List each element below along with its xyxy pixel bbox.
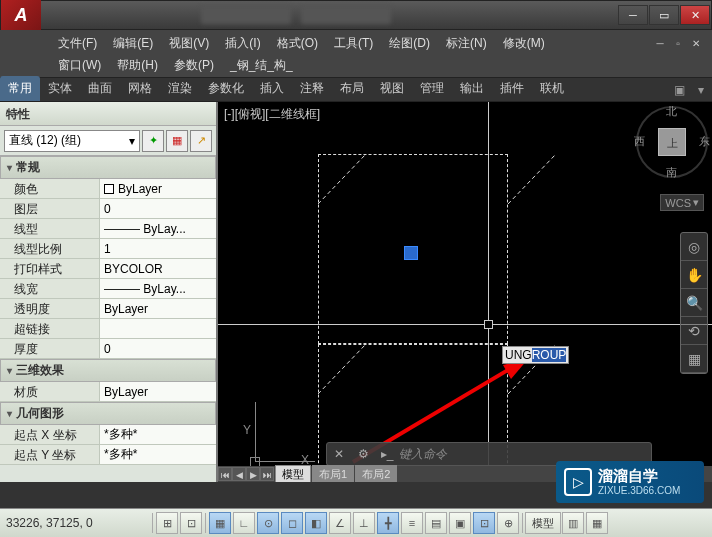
cmd-close-icon[interactable]: ✕ — [327, 447, 351, 461]
layout-tab-2[interactable]: 布局2 — [355, 465, 397, 483]
viewcube-north[interactable]: 北 — [666, 104, 677, 119]
ribbon-tab-output[interactable]: 输出 — [452, 76, 492, 101]
coordinates[interactable]: 33226, 37125, 0 — [0, 516, 150, 530]
selection-dropdown[interactable]: 直线 (12) (组) ▾ — [4, 130, 140, 152]
viewcube-face[interactable]: 上 — [658, 128, 686, 156]
prop-linetype-value[interactable]: ——— ByLay... — [100, 219, 216, 238]
prop-thickness-value[interactable]: 0 — [100, 339, 216, 358]
qv-drawings-button[interactable]: ▦ — [586, 512, 608, 534]
dyn-button[interactable]: ╋ — [377, 512, 399, 534]
prop-ltscale-value[interactable]: 1 — [100, 239, 216, 258]
prop-material-value[interactable]: ByLayer — [100, 382, 216, 401]
menu-modify[interactable]: 修改(M) — [495, 35, 553, 52]
ltab-next[interactable]: ▶ — [246, 467, 260, 481]
section-3d[interactable]: 三维效果 — [0, 359, 216, 382]
sc-button[interactable]: ⊡ — [473, 512, 495, 534]
ribbon-tab-annotate[interactable]: 注释 — [292, 76, 332, 101]
menu-tools[interactable]: 工具(T) — [326, 35, 381, 52]
menu-window[interactable]: 窗口(W) — [50, 57, 109, 74]
am-button[interactable]: ⊕ — [497, 512, 519, 534]
select-objects-button[interactable]: ▦ — [166, 130, 188, 152]
viewcube-east[interactable]: 东 — [699, 134, 710, 149]
viewcube[interactable]: 上 北 南 西 东 — [636, 106, 708, 178]
section-general[interactable]: 常规 — [0, 156, 216, 179]
close-button[interactable]: ✕ — [680, 5, 710, 25]
ribbon-dropdown-icon[interactable]: ▾ — [692, 83, 710, 101]
ribbon-tab-parametric[interactable]: 参数化 — [200, 76, 252, 101]
nav-pan-button[interactable]: ✋ — [681, 261, 707, 289]
doc-close[interactable]: ✕ — [688, 38, 704, 52]
ribbon-expand-icon[interactable]: ▣ — [670, 83, 688, 101]
prop-starty-value[interactable]: *多种* — [100, 445, 216, 464]
ribbon-tab-manage[interactable]: 管理 — [412, 76, 452, 101]
menu-file[interactable]: 文件(F) — [50, 35, 105, 52]
viewport-label[interactable]: [-][俯视][二维线框] — [224, 106, 320, 123]
ltab-prev[interactable]: ◀ — [232, 467, 246, 481]
prop-plotstyle-value[interactable]: BYCOLOR — [100, 259, 216, 278]
qv-layouts-button[interactable]: ▥ — [562, 512, 584, 534]
3dosnap-button[interactable]: ◧ — [305, 512, 327, 534]
layout-tab-model[interactable]: 模型 — [275, 465, 311, 483]
menu-draw[interactable]: 绘图(D) — [381, 35, 438, 52]
ribbon-tab-online[interactable]: 联机 — [532, 76, 572, 101]
prop-hyperlink-label: 超链接 — [0, 319, 100, 338]
otrack-button[interactable]: ∠ — [329, 512, 351, 534]
prop-transparency-value[interactable]: ByLayer — [100, 299, 216, 318]
ribbon-tab-plugins[interactable]: 插件 — [492, 76, 532, 101]
pickadd-button[interactable]: ↗ — [190, 130, 212, 152]
osnap-button[interactable]: ◻ — [281, 512, 303, 534]
dynamic-input[interactable]: UNGROUP — [502, 346, 569, 364]
ribbon-tab-solid[interactable]: 实体 — [40, 76, 80, 101]
ribbon-tab-view[interactable]: 视图 — [372, 76, 412, 101]
ribbon-tab-mesh[interactable]: 网格 — [120, 76, 160, 101]
menu-steel[interactable]: _钢_结_构_ — [222, 57, 301, 74]
snap-button[interactable]: ⊡ — [180, 512, 202, 534]
prop-lineweight-value[interactable]: ——— ByLay... — [100, 279, 216, 298]
prop-startx-value[interactable]: *多种* — [100, 425, 216, 444]
qp-button[interactable]: ▣ — [449, 512, 471, 534]
maximize-button[interactable]: ▭ — [649, 5, 679, 25]
ribbon-tab-layout[interactable]: 布局 — [332, 76, 372, 101]
grid-button[interactable]: ▦ — [209, 512, 231, 534]
ortho-button[interactable]: ∟ — [233, 512, 255, 534]
layout-tab-1[interactable]: 布局1 — [312, 465, 354, 483]
drawing-viewport[interactable]: [-][俯视][二维线框] UNGROUP — [218, 102, 712, 482]
menu-format[interactable]: 格式(O) — [269, 35, 326, 52]
doc-minimize[interactable]: ─ — [652, 38, 668, 52]
ltab-first[interactable]: ⏮ — [218, 467, 232, 481]
prop-layer-value[interactable]: 0 — [100, 199, 216, 218]
prop-color-value[interactable]: ByLayer — [100, 179, 216, 198]
viewcube-west[interactable]: 西 — [634, 134, 645, 149]
infer-constraints-button[interactable]: ⊞ — [156, 512, 178, 534]
grip-point[interactable] — [404, 246, 418, 260]
minimize-button[interactable]: ─ — [618, 5, 648, 25]
model-space-button[interactable]: 模型 — [525, 512, 561, 534]
polar-button[interactable]: ⊙ — [257, 512, 279, 534]
menu-help[interactable]: 帮助(H) — [109, 57, 166, 74]
viewcube-south[interactable]: 南 — [666, 165, 677, 180]
nav-orbit-button[interactable]: ⟲ — [681, 317, 707, 345]
ribbon-tab-surface[interactable]: 曲面 — [80, 76, 120, 101]
section-geometry[interactable]: 几何图形 — [0, 402, 216, 425]
doc-restore[interactable]: ▫ — [670, 38, 686, 52]
quick-select-button[interactable]: ✦ — [142, 130, 164, 152]
nav-zoom-button[interactable]: 🔍 — [681, 289, 707, 317]
menu-view[interactable]: 视图(V) — [161, 35, 217, 52]
menu-params[interactable]: 参数(P) — [166, 57, 222, 74]
wcs-dropdown[interactable]: WCS▾ — [660, 194, 704, 211]
nav-wheel-button[interactable]: ◎ — [681, 233, 707, 261]
ducs-button[interactable]: ⊥ — [353, 512, 375, 534]
menu-edit[interactable]: 编辑(E) — [105, 35, 161, 52]
prop-transparency-label: 透明度 — [0, 299, 100, 318]
ribbon-tab-insert[interactable]: 插入 — [252, 76, 292, 101]
ltab-last[interactable]: ⏭ — [260, 467, 274, 481]
menu-dimension[interactable]: 标注(N) — [438, 35, 495, 52]
prop-hyperlink-value[interactable] — [100, 319, 216, 338]
menu-insert[interactable]: 插入(I) — [217, 35, 268, 52]
lwt-button[interactable]: ≡ — [401, 512, 423, 534]
cmd-config-icon[interactable]: ⚙ — [351, 447, 375, 461]
tpy-button[interactable]: ▤ — [425, 512, 447, 534]
ribbon-tab-render[interactable]: 渲染 — [160, 76, 200, 101]
ribbon-tab-home[interactable]: 常用 — [0, 76, 40, 101]
nav-showmotion-button[interactable]: ▦ — [681, 345, 707, 373]
